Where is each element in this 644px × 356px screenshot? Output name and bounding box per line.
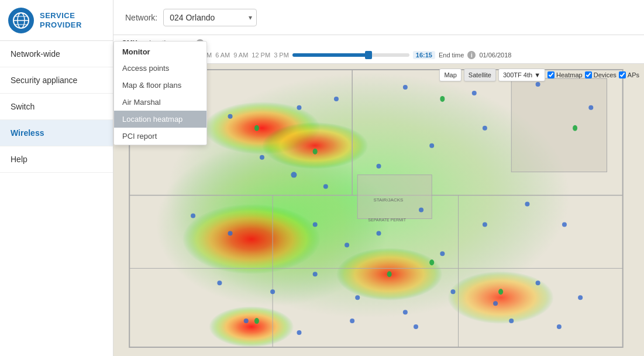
topbar: Network: 024 Orlando <box>113 0 644 35</box>
aps-label: APs <box>628 71 639 78</box>
heatmap-checkbox-label[interactable]: Heatmap <box>547 71 583 78</box>
end-time-info-icon[interactable]: i <box>467 51 476 59</box>
timeline-label-9am: 9 AM <box>233 52 248 59</box>
wireless-dropdown-menu: Monitor Access points Map & floor plans … <box>113 41 207 145</box>
logo-icon <box>8 8 34 33</box>
map-top-controls: Map Satellite 300TF 4th ▼ Heatmap Device… <box>439 69 639 81</box>
end-date-value: 01/06/2018 <box>479 52 511 59</box>
network-select-wrapper[interactable]: 024 Orlando <box>163 9 257 26</box>
aps-checkbox-label[interactable]: APs <box>619 71 639 78</box>
floor-select-button[interactable]: 300TF 4th ▼ <box>498 69 545 81</box>
timeline-progress <box>292 53 369 57</box>
satellite-view-button[interactable]: Satellite <box>464 69 496 81</box>
heatmap-checkbox[interactable] <box>547 71 555 78</box>
devices-checkbox[interactable] <box>585 71 592 78</box>
menu-item-air-marshal[interactable]: Air Marshal <box>114 94 206 111</box>
end-time-value: 16:15 <box>413 51 435 59</box>
timeline-label-3pm: 3 PM <box>274 52 289 59</box>
logo-text: SERVICE PROVIDER <box>40 11 82 29</box>
menu-item-map-floor-plans[interactable]: Map & floor plans <box>114 77 206 94</box>
logo-area: SERVICE PROVIDER <box>0 0 113 41</box>
map-view-button[interactable]: Map <box>439 69 461 81</box>
devices-label: Devices <box>594 71 617 78</box>
devices-checkbox-label[interactable]: Devices <box>585 71 617 78</box>
timeline-label-12pm: 12 PM <box>252 52 270 59</box>
sidebar-item-switch[interactable]: Switch <box>0 94 113 120</box>
sidebar: SERVICE PROVIDER Network-wide Security a… <box>0 0 113 356</box>
end-time-label: End time <box>439 52 464 59</box>
menu-item-location-heatmap[interactable]: Location heatmap <box>114 111 206 128</box>
menu-item-access-points[interactable]: Access points <box>114 60 206 77</box>
monitor-section-header: Monitor <box>114 42 206 60</box>
timeline-thumb[interactable] <box>365 51 372 59</box>
sidebar-item-network-wide[interactable]: Network-wide <box>0 41 113 67</box>
sidebar-item-security-appliance[interactable]: Security appliance <box>0 67 113 94</box>
sidebar-item-help[interactable]: Help <box>0 146 113 173</box>
network-select[interactable]: 024 Orlando <box>163 9 257 26</box>
sidebar-item-wireless[interactable]: Wireless <box>0 120 113 146</box>
menu-item-pci-report[interactable]: PCI report <box>114 128 206 145</box>
heatmap-label: Heatmap <box>556 71 583 78</box>
timeline-scrubber[interactable] <box>292 53 409 57</box>
network-label: Network: <box>125 13 157 22</box>
aps-checkbox[interactable] <box>619 71 626 78</box>
timeline-label-6am: 6 AM <box>215 52 230 59</box>
